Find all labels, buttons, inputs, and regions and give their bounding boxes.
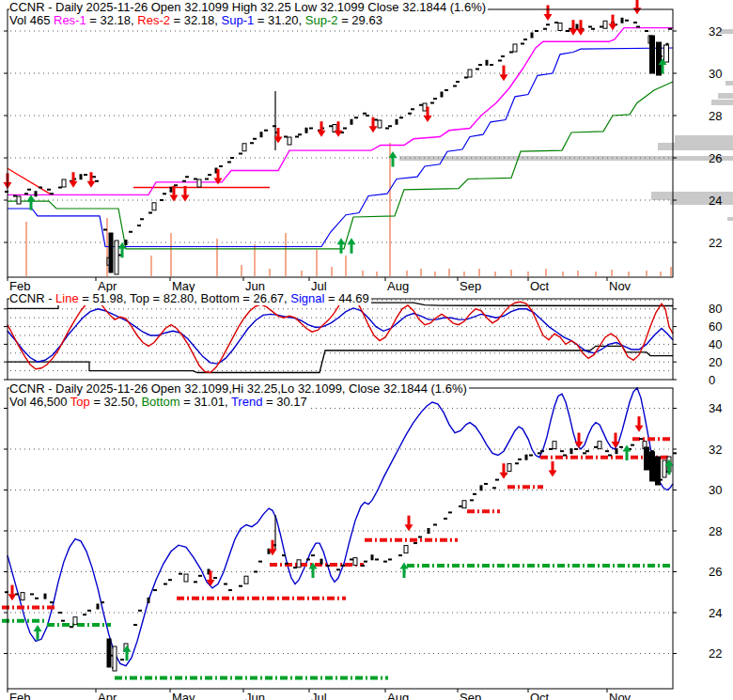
- volume-bar: [478, 269, 480, 276]
- price-dash: [470, 499, 474, 501]
- sell-arrow-icon-shaft: [72, 172, 75, 181]
- header-text-part: Sup-1: [222, 13, 255, 27]
- candle-filled: [148, 598, 150, 603]
- volume-bar: [285, 233, 287, 276]
- header-text-part: = 32.18,: [86, 13, 138, 27]
- price-dash: [383, 561, 387, 563]
- candle-open: [62, 179, 66, 187]
- candle-filled: [320, 559, 323, 565]
- sell-arrow-icon-shaft: [372, 117, 375, 127]
- volume-profile-bar: [658, 143, 733, 150]
- y-axis-label: 30: [709, 67, 722, 81]
- price-dash: [535, 30, 538, 32]
- price-dash: [636, 26, 640, 28]
- price-dash: [58, 612, 62, 614]
- volume-bar: [660, 272, 662, 276]
- sell-arrow-icon-shaft: [552, 461, 554, 471]
- y-axis-label: 34: [709, 401, 722, 415]
- buy-arrow-icon-shaft: [392, 158, 395, 167]
- price-dash: [473, 493, 476, 495]
- sell-arrow-icon: [569, 29, 578, 36]
- buy-arrow-icon: [348, 238, 356, 244]
- price-dash: [350, 558, 353, 560]
- y-axis-label: 20: [709, 355, 722, 369]
- price-dash: [70, 626, 73, 628]
- price-dash: [224, 583, 227, 585]
- price-dash: [433, 98, 437, 100]
- y-axis-label: 22: [709, 646, 722, 661]
- candle-large: [656, 457, 661, 485]
- sell-arrow-icon-shaft: [503, 66, 506, 75]
- panel-border: [8, 299, 673, 380]
- month-label: Sep: [460, 279, 481, 293]
- price-dash: [574, 448, 578, 450]
- y-axis-label: 28: [709, 524, 722, 538]
- price-dash: [284, 136, 288, 138]
- price-dash: [250, 142, 254, 144]
- volume-bar: [463, 272, 465, 276]
- price-dash: [631, 444, 634, 446]
- buy-arrow-icon-shaft: [403, 568, 406, 578]
- buy-arrow-icon-shaft: [340, 244, 343, 254]
- candle-open: [353, 558, 357, 566]
- price-dash: [101, 601, 104, 603]
- candle-large: [113, 646, 117, 671]
- month-label: Oct: [530, 691, 550, 700]
- sup1-line: [8, 48, 673, 247]
- price-dash: [498, 60, 502, 62]
- sell-arrow-icon: [635, 426, 644, 432]
- volume-bar: [376, 272, 378, 276]
- price-dash: [24, 193, 28, 194]
- price-dash: [509, 52, 513, 54]
- header-text-part: Line: [55, 291, 79, 305]
- price-dash: [239, 585, 242, 587]
- price-dash: [179, 573, 182, 575]
- bottom-panel-title: CCNR - Daily 2025-11-26 Open 32.1099,Hi …: [9, 382, 469, 396]
- month-label: Jul: [311, 691, 327, 700]
- oscillator-line: [8, 297, 673, 373]
- sell-arrow-icon: [500, 473, 508, 479]
- volume-profile-bar: [675, 135, 733, 143]
- oscillator-panel-title: CCNR - Line = 51.98, Top = 82.80, Bottom…: [9, 292, 371, 305]
- volume-bar: [331, 267, 333, 276]
- price-dash: [239, 153, 242, 155]
- sell-arrow-icon: [577, 29, 585, 36]
- chart-panel-0: 323028262422FebAprMayJunJulAugSepOctNov: [4, 0, 733, 293]
- y-axis-label: 26: [709, 565, 722, 579]
- candle-filled: [170, 187, 173, 193]
- candle-open: [404, 546, 408, 553]
- price-dash: [374, 119, 378, 121]
- candle-filled: [396, 119, 398, 125]
- price-dash: [523, 39, 527, 40]
- candle-open: [378, 120, 382, 128]
- price-dash: [354, 117, 358, 118]
- candle-filled: [576, 24, 579, 30]
- volume-bar: [562, 272, 564, 276]
- volume-bar: [611, 270, 613, 276]
- buy-arrow-icon: [337, 238, 346, 244]
- price-dash: [282, 554, 286, 556]
- y-axis-label: 24: [709, 606, 722, 620]
- candle-large: [115, 241, 118, 274]
- candle-open: [244, 576, 248, 583]
- price-dash: [540, 450, 544, 452]
- sell-arrow-icon: [70, 181, 78, 188]
- price-dash: [408, 113, 412, 115]
- sell-arrow-icon: [369, 126, 378, 132]
- sell-arrow-icon: [214, 178, 223, 184]
- volume-bar: [241, 265, 242, 276]
- buy-arrow-icon: [623, 444, 632, 451]
- price-dash: [600, 26, 603, 28]
- month-label: Jun: [245, 691, 265, 700]
- price-dash: [253, 138, 257, 140]
- sell-arrow-icon-shaft: [612, 15, 615, 24]
- charts-canvas: 323028262422FebAprMayJunJulAugSepOctNov8…: [0, 0, 733, 700]
- price-dash: [560, 450, 564, 452]
- price-dash: [306, 558, 310, 560]
- res2-line: [8, 168, 52, 194]
- candle-open: [297, 560, 301, 568]
- volume-bar: [628, 272, 630, 276]
- candle-large: [109, 233, 113, 272]
- price-dash: [295, 136, 299, 138]
- res1-line: [8, 28, 673, 195]
